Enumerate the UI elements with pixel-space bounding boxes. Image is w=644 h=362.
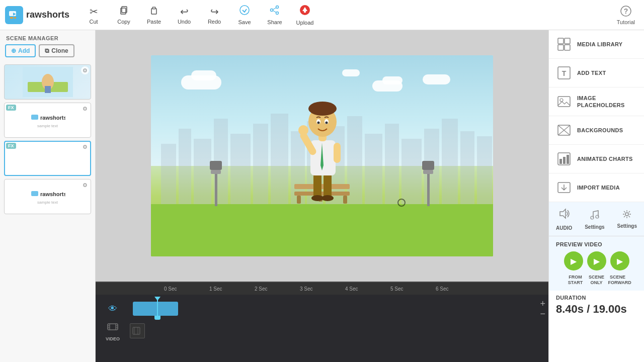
- scene-item[interactable]: rawshorts sample text ⚙ FX: [4, 103, 91, 138]
- svg-rect-23: [31, 115, 38, 120]
- add-scene-button[interactable]: ⊕ Add: [5, 44, 36, 57]
- svg-rect-39: [385, 124, 399, 204]
- tutorial-button[interactable]: ? Tutorial: [613, 3, 639, 27]
- scene-thumbnail: rawshorts sample text: [4, 179, 91, 214]
- cut-label: Cut: [89, 19, 98, 25]
- paste-button[interactable]: Paste: [140, 2, 168, 29]
- scene-settings-icon[interactable]: ⚙: [81, 181, 89, 189]
- audio-col: AUDIO: [556, 207, 572, 231]
- audio-settings-right-label[interactable]: Settings: [617, 223, 637, 229]
- share-button[interactable]: Share: [261, 2, 289, 29]
- playhead: [157, 300, 158, 318]
- audio-settings-col[interactable]: Settings: [585, 209, 604, 230]
- preview-from-start-button[interactable]: ▶: [564, 251, 583, 270]
- preview-buttons: ▶ ▶ ▶: [556, 251, 637, 270]
- audio-settings-label[interactable]: Settings: [585, 224, 604, 230]
- add-row-icon[interactable]: +: [540, 299, 545, 308]
- svg-line-13: [273, 11, 276, 13]
- play-scene-icon: ▶: [594, 256, 600, 266]
- svg-rect-31: [230, 134, 251, 204]
- svg-rect-28: [179, 129, 191, 204]
- playhead-bottom: [154, 316, 160, 320]
- svg-point-67: [308, 102, 337, 116]
- upload-icon: [299, 4, 311, 19]
- scene-thumbnail: rawshorts sample text: [4, 103, 91, 138]
- play-forward-icon: ▶: [617, 256, 623, 266]
- save-button[interactable]: Save: [230, 2, 259, 29]
- clone-scene-button[interactable]: ⧉ Clone: [39, 44, 74, 57]
- copy-icon: [119, 5, 129, 18]
- scene-item[interactable]: ⚙: [4, 64, 91, 100]
- copy-button[interactable]: Copy: [110, 2, 138, 29]
- svg-line-12: [273, 8, 276, 10]
- audio-settings-right-col[interactable]: Settings: [617, 209, 637, 229]
- clone-icon: ⧉: [45, 47, 49, 54]
- video-content[interactable]: [130, 323, 548, 339]
- scene-thumbnail: [4, 64, 91, 100]
- lamp-right: [418, 156, 438, 206]
- svg-point-9: [276, 6, 279, 9]
- playhead-triangle: [154, 297, 160, 301]
- scene-settings-icon[interactable]: ⚙: [81, 66, 89, 74]
- redo-button[interactable]: ↪ Redo: [200, 2, 228, 29]
- sidebar-item-import-media[interactable]: IMPORT MEDIA: [549, 173, 644, 202]
- animated-charts-label: ANIMATED CHARTS: [577, 155, 633, 162]
- main-canvas[interactable]: [151, 55, 493, 256]
- sidebar-item-media-library[interactable]: MEDIA LIBRARY: [549, 30, 644, 59]
- ruler-0sec: 0 Sec: [164, 286, 177, 292]
- sidebar-item-image-placeholders[interactable]: IMAGE PLACEHOLDERS: [549, 87, 644, 116]
- svg-rect-50: [423, 170, 433, 174]
- animated-charts-icon: [556, 151, 572, 167]
- add-text-label: ADD TEXT: [577, 69, 606, 76]
- svg-rect-43: [460, 131, 474, 204]
- scene-manager: SCENE MANAGER ⊕ Add ⧉ Clone: [0, 30, 96, 362]
- ruler-1sec: 1 Sec: [209, 286, 222, 292]
- fx-badge: FX: [6, 143, 16, 149]
- svg-rect-32: [253, 124, 268, 204]
- svg-point-89: [560, 99, 563, 102]
- timeline-add-remove[interactable]: + −: [537, 299, 548, 318]
- image-placeholder-icon: [556, 94, 572, 110]
- undo-button[interactable]: ↩ Undo: [170, 2, 198, 29]
- ruler-2sec: 2 Sec: [255, 286, 268, 292]
- scene-item[interactable]: rawshorts sample text ⚙: [4, 179, 91, 214]
- cloud: [423, 74, 450, 84]
- svg-rect-95: [563, 157, 566, 164]
- upload-button[interactable]: Upload: [291, 2, 319, 29]
- backgrounds-label: BACKGROUNDS: [577, 127, 623, 134]
- scene-settings-icon[interactable]: ⚙: [81, 105, 89, 113]
- sidebar-item-animated-charts[interactable]: ANIMATED CHARTS: [549, 145, 644, 173]
- svg-rect-94: [559, 159, 562, 164]
- svg-rect-25: [31, 191, 38, 196]
- scene-item[interactable]: ⚙ FX: [4, 141, 91, 176]
- video-clip[interactable]: [130, 323, 145, 338]
- timeline-clip[interactable]: [133, 302, 178, 316]
- svg-rect-72: [108, 324, 118, 330]
- timeline-tracks: 👁 + −: [96, 295, 548, 362]
- svg-rect-6: [151, 9, 156, 14]
- svg-rect-63: [334, 143, 341, 163]
- logo: rawshorts: [5, 6, 69, 24]
- track-content[interactable]: [133, 300, 534, 318]
- sidebar-item-add-text[interactable]: T ADD TEXT: [549, 59, 644, 87]
- canvas-wrapper[interactable]: [96, 30, 548, 282]
- svg-rect-7: [152, 7, 155, 9]
- import-media-label: IMPORT MEDIA: [577, 184, 620, 191]
- svg-rect-44: [477, 136, 492, 204]
- preview-scene-only-button[interactable]: ▶: [587, 251, 606, 270]
- cloud: [191, 70, 216, 80]
- svg-text:rawshorts: rawshorts: [40, 191, 65, 197]
- eye-icon[interactable]: 👁: [108, 304, 117, 314]
- sidebar-item-backgrounds[interactable]: BACKGROUNDS: [549, 116, 644, 145]
- remove-row-icon[interactable]: −: [540, 309, 545, 318]
- cloud: [342, 69, 360, 76]
- scene-settings-icon[interactable]: ⚙: [81, 143, 89, 151]
- upload-label: Upload: [296, 20, 314, 26]
- backgrounds-icon: [556, 122, 572, 138]
- preview-scene-forward-button[interactable]: ▶: [610, 251, 629, 270]
- character: [289, 93, 355, 208]
- cut-button[interactable]: ✂ Cut: [79, 2, 108, 29]
- scissors-icon: ✂: [90, 6, 98, 18]
- image-placeholders-label: IMAGE PLACEHOLDERS: [577, 95, 637, 109]
- scene-manager-title: SCENE MANAGER: [0, 30, 95, 44]
